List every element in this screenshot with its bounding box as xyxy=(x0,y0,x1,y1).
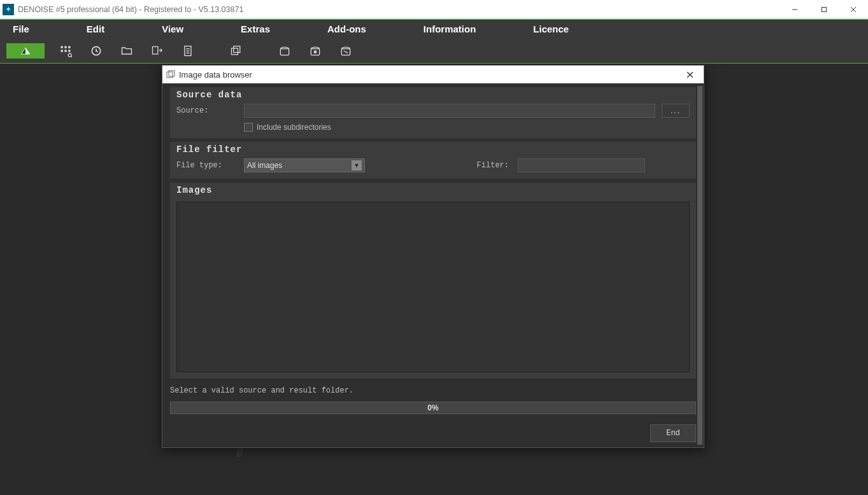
svg-line-13 xyxy=(71,56,72,57)
filetype-value: All images xyxy=(247,161,282,170)
svg-marker-5 xyxy=(25,48,30,54)
dialog-title: Image data browser xyxy=(179,70,252,80)
app-icon: ✦ xyxy=(3,4,14,15)
window-minimize-button[interactable] xyxy=(780,0,809,19)
toolbar-logo-button[interactable] xyxy=(6,43,45,59)
menu-information[interactable]: Information xyxy=(423,24,476,34)
images-listbox[interactable] xyxy=(176,202,690,372)
source-input[interactable] xyxy=(244,104,655,118)
images-title: Images xyxy=(176,185,690,195)
svg-rect-1 xyxy=(822,7,827,11)
svg-rect-21 xyxy=(234,46,240,52)
menu-view[interactable]: View xyxy=(162,24,183,34)
image-data-browser-dialog: Image data browser Source data Source: .… xyxy=(162,65,704,448)
status-text: Select a valid source and result folder. xyxy=(170,386,696,395)
menu-file[interactable]: File xyxy=(13,24,29,34)
window-close-button[interactable] xyxy=(839,0,868,19)
toolbar-open-folder-icon[interactable] xyxy=(117,43,136,59)
chevron-down-icon: ▼ xyxy=(352,160,362,171)
toolbar-export-icon[interactable] xyxy=(148,43,167,59)
menu-edit[interactable]: Edit xyxy=(87,24,104,34)
svg-rect-15 xyxy=(153,46,158,54)
source-data-title: Source data xyxy=(176,90,690,100)
svg-rect-7 xyxy=(64,46,66,48)
toolbar-preset1-icon[interactable] xyxy=(275,43,294,59)
svg-point-24 xyxy=(314,51,316,53)
include-subdirs-checkbox[interactable] xyxy=(244,123,253,132)
window-titlebar: ✦ DENOISE #5 professional (64 bit) - Reg… xyxy=(0,0,868,19)
dialog-scrollbar[interactable] xyxy=(697,86,702,445)
end-button[interactable]: End xyxy=(650,424,696,442)
svg-rect-6 xyxy=(61,46,63,48)
toolbar-document-icon[interactable] xyxy=(178,43,197,59)
svg-rect-11 xyxy=(68,50,70,52)
source-label: Source: xyxy=(176,106,238,115)
browse-source-button[interactable]: ... xyxy=(662,104,690,118)
images-panel: Images xyxy=(170,183,696,379)
menu-licence[interactable]: Licence xyxy=(533,24,569,34)
main-menubar: File Edit View Extras Add-ons Informatio… xyxy=(0,19,868,38)
svg-rect-8 xyxy=(68,46,70,48)
progress-value: 0% xyxy=(427,403,438,412)
include-subdirs-label: Include subdirectories xyxy=(257,123,331,132)
filetype-select[interactable]: All images ▼ xyxy=(244,158,365,172)
window-title: DENOISE #5 professional (64 bit) - Regis… xyxy=(18,5,243,14)
svg-rect-9 xyxy=(61,50,63,52)
toolbar-preset3-icon[interactable] xyxy=(336,43,355,59)
dialog-icon xyxy=(166,70,175,79)
svg-rect-10 xyxy=(64,50,66,52)
filter-input[interactable] xyxy=(518,158,645,172)
file-filter-title: File filter xyxy=(176,144,690,155)
toolbar-preset2-icon[interactable] xyxy=(306,43,325,59)
dialog-titlebar[interactable]: Image data browser xyxy=(162,66,704,83)
dialog-close-button[interactable] xyxy=(679,66,700,83)
workspace: professional Image data browser Source d… xyxy=(0,64,868,495)
progress-bar: 0% xyxy=(170,401,696,414)
window-maximize-button[interactable] xyxy=(809,0,839,19)
source-data-panel: Source data Source: ... Include subdirec… xyxy=(170,87,696,138)
filter-label: Filter: xyxy=(477,161,509,170)
filetype-label: File type: xyxy=(176,161,238,170)
main-toolbar xyxy=(0,38,868,64)
toolbar-history-icon[interactable] xyxy=(87,43,106,59)
toolbar-batch-icon[interactable] xyxy=(227,43,246,59)
svg-line-26 xyxy=(344,51,348,53)
menu-extras[interactable]: Extras xyxy=(241,24,270,34)
svg-rect-27 xyxy=(167,72,173,78)
menu-addons[interactable]: Add-ons xyxy=(327,24,366,34)
svg-rect-20 xyxy=(232,48,238,54)
svg-rect-22 xyxy=(280,48,288,55)
toolbar-grid-icon[interactable] xyxy=(56,43,75,59)
svg-rect-28 xyxy=(169,71,174,76)
file-filter-panel: File filter File type: All images ▼ Filt… xyxy=(170,142,696,179)
